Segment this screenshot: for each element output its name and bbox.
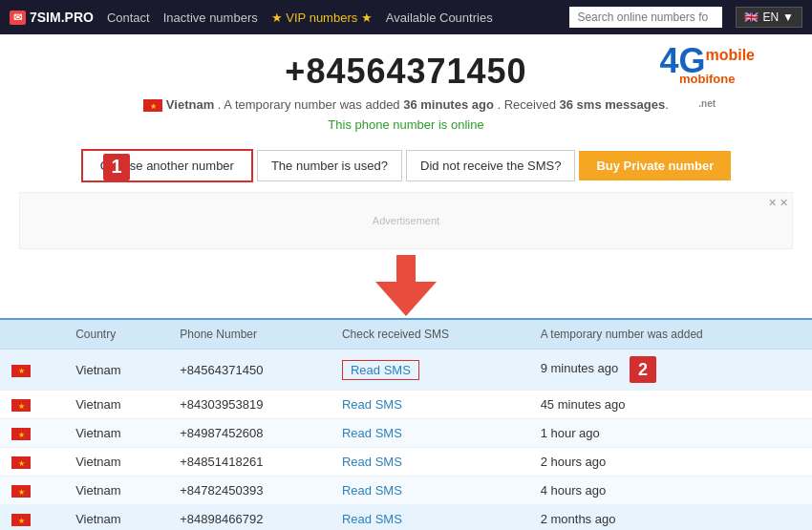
row-phone: +84564371450 [168, 350, 331, 391]
vietnam-flag [11, 456, 31, 469]
table-row: Vietnam+84987452608Read SMS1 hour ago [0, 419, 812, 448]
row-sms-cell: Read SMS [331, 391, 529, 419]
row-country: Vietnam [64, 448, 168, 477]
row-flag-cell [0, 350, 64, 391]
step-2-indicator: 2 [630, 356, 656, 383]
read-sms-link[interactable]: Read SMS [342, 512, 402, 526]
read-sms-link[interactable]: Read SMS [342, 455, 402, 469]
brand-logo: 4Gmobile mobifone .net [659, 44, 755, 112]
row-country: Vietnam [64, 350, 168, 391]
table-header-row: Country Phone Number Check received SMS … [0, 320, 812, 350]
row-sms-cell: Read SMS [331, 505, 529, 530]
row-flag-cell [0, 391, 64, 419]
vietnam-flag-hero [143, 99, 162, 112]
vietnam-flag [11, 428, 31, 440]
row-sms-cell: Read SMS [331, 419, 529, 448]
info-text: . A temporary number was added [218, 97, 400, 112]
row-phone: +84898466792 [168, 505, 331, 530]
language-button[interactable]: 🇬🇧 EN ▼ [736, 7, 802, 28]
col-header-flag [0, 320, 64, 350]
row-country: Vietnam [64, 419, 168, 448]
col-header-sms: Check received SMS [331, 320, 529, 350]
row-country: Vietnam [64, 391, 168, 419]
buy-private-button[interactable]: Buy Private number [579, 151, 731, 180]
row-time: 45 minutes ago [529, 391, 812, 419]
logo-text: 7SIM.PRO [30, 10, 94, 25]
row-phone: +84303953819 [168, 391, 331, 419]
search-input[interactable] [569, 7, 722, 28]
table-row: Vietnam+84303953819Read SMS45 minutes ag… [0, 391, 812, 419]
row-sms-cell: Read SMS [331, 350, 529, 391]
table-row: Vietnam+84782450393Read SMS4 hours ago [0, 477, 812, 505]
nav-vip[interactable]: ★ VIP numbers ★ [271, 11, 373, 25]
phone-numbers-section: Country Phone Number Check received SMS … [0, 318, 812, 530]
row-country: Vietnam [64, 477, 168, 505]
row-country: Vietnam [64, 505, 168, 530]
col-header-time: A temporary number was added [529, 320, 812, 350]
info-time: 36 minutes ago [403, 97, 494, 112]
row-phone: +84987452608 [168, 419, 331, 448]
arrow-container [0, 249, 812, 318]
row-flag-cell [0, 419, 64, 448]
no-sms-button[interactable]: Did not receive the SMS? [406, 150, 575, 181]
nav-contact[interactable]: Contact [107, 11, 150, 25]
vietnam-flag [11, 514, 31, 526]
table-row: Vietnam+84851418261Read SMS2 hours ago [0, 448, 812, 477]
row-time: 2 hours ago [529, 448, 812, 477]
step-1-indicator: 1 [103, 154, 130, 180]
action-buttons-row: 1 Choose another number The number is us… [0, 141, 812, 192]
col-header-country: Country [64, 320, 168, 350]
row-time: 1 hour ago [529, 419, 812, 448]
navbar: ✉ 7SIM.PRO Contact Inactive numbers ★ VI… [0, 0, 812, 34]
row-time: 4 hours ago [529, 477, 812, 505]
row-flag-cell [0, 477, 64, 505]
vietnam-flag [11, 399, 31, 412]
info-country: Vietnam [166, 97, 214, 112]
row-time: 2 months ago [529, 505, 812, 530]
read-sms-link[interactable]: Read SMS [342, 426, 402, 440]
row-sms-cell: Read SMS [331, 477, 529, 505]
col-header-phone: Phone Number [168, 320, 331, 350]
online-status: This phone number is online [19, 117, 793, 132]
row-flag-cell [0, 448, 64, 477]
ad-close-button[interactable]: ✕ ✕ [768, 197, 788, 209]
number-used-button[interactable]: The number is used? [257, 150, 402, 181]
logo-icon: ✉ [10, 11, 26, 25]
nav-countries[interactable]: Available Countries [386, 11, 493, 25]
ad-text: Advertisement [373, 215, 439, 226]
read-sms-highlighted-link[interactable]: Read SMS [342, 360, 419, 380]
row-phone: +84782450393 [168, 477, 331, 505]
read-sms-link[interactable]: Read SMS [342, 483, 402, 498]
nav-inactive[interactable]: Inactive numbers [163, 11, 258, 25]
phone-numbers-table: Country Phone Number Check received SMS … [0, 320, 812, 530]
hero-section: 4Gmobile mobifone .net +84564371450 Viet… [0, 34, 812, 141]
down-arrow-visual [375, 255, 437, 316]
table-row: Vietnam+84564371450Read SMS9 minutes ago… [0, 350, 812, 391]
row-sms-cell: Read SMS [331, 448, 529, 477]
row-phone: +84851418261 [168, 448, 331, 477]
info-sms-count: 36 sms messages [560, 97, 666, 112]
row-time: 9 minutes ago 2 [529, 350, 812, 391]
info-received: . Received [498, 97, 556, 112]
vietnam-flag [11, 365, 31, 377]
row-flag-cell [0, 505, 64, 530]
read-sms-link[interactable]: Read SMS [342, 397, 402, 412]
brand-net: .net [698, 98, 716, 109]
site-logo: ✉ 7SIM.PRO [10, 10, 94, 25]
ad-banner: Advertisement ✕ ✕ [19, 192, 793, 249]
table-row: Vietnam+84898466792Read SMS2 months ago [0, 505, 812, 530]
vietnam-flag [11, 485, 31, 498]
